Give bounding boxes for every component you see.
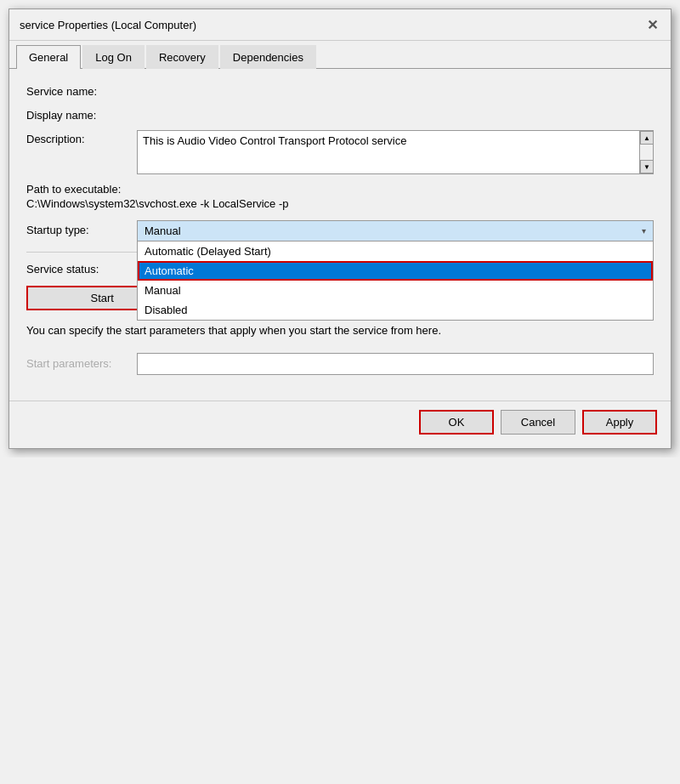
start-params-row: Start parameters:	[26, 353, 654, 375]
info-text: You can specify the start parameters tha…	[26, 322, 654, 339]
option-disabled[interactable]: Disabled	[138, 300, 653, 320]
description-row: Description: This is Audio Video Control…	[26, 130, 654, 174]
display-name-row: Display name:	[26, 106, 654, 122]
description-scrollbar: ▲ ▼	[639, 131, 653, 173]
option-auto-delayed[interactable]: Automatic (Delayed Start)	[138, 241, 653, 261]
service-name-label: Service name:	[26, 82, 137, 98]
path-label: Path to executable:	[26, 183, 654, 196]
dropdown-arrow-icon: ▾	[642, 226, 646, 236]
tab-dependencies[interactable]: Dependencies	[220, 45, 316, 69]
dialog-footer: OK Cancel Apply	[9, 401, 671, 448]
path-section: Path to executable: C:\Windows\system32\…	[26, 183, 654, 210]
dropdown-selected-value[interactable]: Manual ▾	[137, 220, 654, 241]
path-value: C:\Windows\system32\svchost.exe -k Local…	[26, 197, 654, 210]
title-bar: service Properties (Local Computer) ✕	[9, 9, 671, 41]
ok-button[interactable]: OK	[419, 410, 494, 435]
service-status-label: Service status:	[26, 263, 137, 276]
startup-type-row: Startup type: Manual ▾ Automatic (Delaye…	[26, 220, 654, 241]
startup-type-label: Startup type:	[26, 220, 137, 236]
tab-general[interactable]: General	[16, 45, 81, 69]
scroll-up-arrow[interactable]: ▲	[640, 131, 654, 145]
service-properties-dialog: service Properties (Local Computer) ✕ Ge…	[8, 9, 672, 449]
display-name-label: Display name:	[26, 106, 137, 122]
apply-button[interactable]: Apply	[582, 410, 657, 435]
scroll-down-arrow[interactable]: ▼	[640, 160, 654, 173]
dropdown-options-list: Automatic (Delayed Start) Automatic Manu…	[137, 241, 654, 321]
option-automatic[interactable]: Automatic	[138, 261, 653, 281]
option-manual[interactable]: Manual	[138, 281, 653, 300]
start-params-label: Start parameters:	[26, 357, 137, 370]
tab-recovery[interactable]: Recovery	[146, 45, 218, 69]
close-button[interactable]: ✕	[643, 16, 660, 33]
tabs-container: General Log On Recovery Dependencies	[9, 44, 671, 69]
cancel-button[interactable]: Cancel	[501, 410, 575, 435]
startup-type-dropdown[interactable]: Manual ▾ Automatic (Delayed Start) Autom…	[137, 220, 654, 241]
description-textbox[interactable]: This is Audio Video Control Transport Pr…	[137, 130, 654, 174]
content-area: Service name: Display name: Description:…	[9, 69, 671, 401]
description-label: Description:	[26, 130, 137, 145]
tab-logon[interactable]: Log On	[82, 45, 144, 69]
service-name-row: Service name:	[26, 82, 654, 98]
start-params-input[interactable]	[137, 353, 654, 375]
dialog-title: service Properties (Local Computer)	[20, 19, 196, 31]
